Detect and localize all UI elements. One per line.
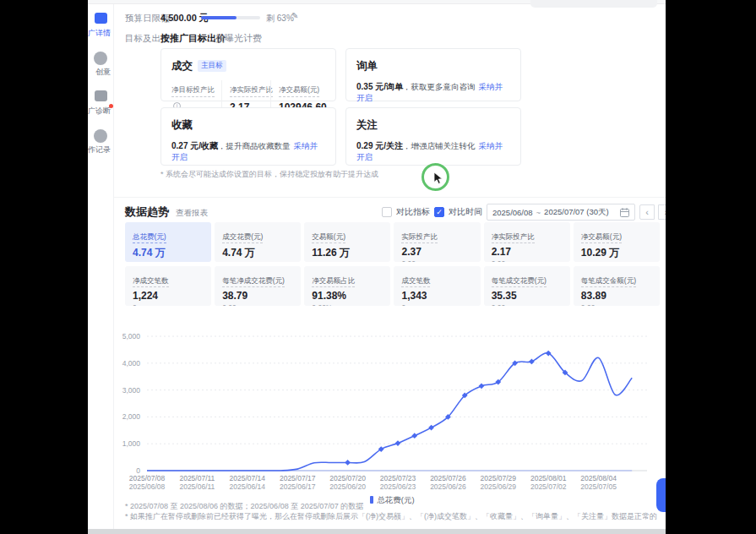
deal-stat-1-label: 净实际投产比 — [230, 85, 273, 97]
favorite-price: 0.27 元/收藏 — [171, 141, 218, 150]
goal-card-inquiry[interactable]: 询单 0.35 元/询单，获取更多意向咨询采纳并开启 — [345, 48, 521, 101]
svg-text:2025/06/08: 2025/06/08 — [129, 482, 166, 491]
metric-card-2[interactable]: 交易额(元)11.26 万0.00 — [304, 222, 390, 262]
metric-card-9[interactable]: 成交笔数1,3430 — [394, 266, 480, 306]
metric-value: 2.17 — [492, 246, 563, 258]
svg-text:2025/08/01: 2025/08/01 — [530, 474, 567, 482]
sidebar-item-3[interactable]: 作记录 — [88, 144, 111, 155]
svg-text:2025/07/29: 2025/07/29 — [481, 474, 517, 482]
metric-card-5[interactable]: 净交易额(元)10.29 万0.00 — [574, 222, 660, 262]
goal-note: * 系统会尽可能达成你设置的目标，保持稳定投放有助于提升达成 — [160, 169, 378, 180]
deal-stat-0-label: 净目标投产比 — [171, 85, 215, 97]
view-report-link[interactable]: 查看报表 — [176, 208, 208, 219]
metric-label: 总花费(元) — [133, 232, 166, 243]
goal-card-favorite[interactable]: 收藏 0.27 元/收藏，提升商品收藏数量采纳并开启 — [160, 107, 336, 166]
metric-compare-value: 0 — [133, 303, 204, 306]
metric-label: 净实际投产比 — [492, 232, 535, 243]
metric-card-0[interactable]: 总花费(元)4.74 万0.00 — [125, 222, 211, 262]
metric-compare-value: 0.00 — [492, 259, 563, 262]
svg-text:2025/06/26: 2025/06/26 — [430, 482, 466, 491]
metric-label: 每笔成交金额(元) — [581, 276, 636, 287]
svg-text:2025/06/23: 2025/06/23 — [380, 482, 416, 491]
budget-edit-icon[interactable]: ✎ — [291, 11, 298, 20]
calendar-icon — [620, 208, 629, 217]
mouse-cursor-icon — [433, 172, 443, 185]
goal-card-favorite-title: 收藏 — [171, 118, 193, 133]
goal-card-deal[interactable]: 成交主目标 净目标投产比i 2.45 ✎ 净实际投产比 2.17 净交易额(元)… — [160, 48, 336, 101]
metric-card-8[interactable]: 净交易额占比91.38%0.00% — [304, 266, 390, 306]
date-separator: ~ — [536, 208, 541, 217]
metric-card-10[interactable]: 每笔成交花费(元)35.350.00 — [484, 266, 570, 306]
metric-label: 净交易额(元) — [581, 232, 622, 243]
follow-desc: ，增强店铺关注转化 — [403, 141, 476, 150]
footnote-pause-note: * 如果推广在暂停或删除前已经获得了曝光，那么在暂停或删除后展示「(净)交易额」… — [125, 511, 657, 522]
trend-section-title: 数据趋势 — [125, 204, 169, 220]
svg-text:2025/07/14: 2025/07/14 — [230, 474, 266, 482]
feedback-handle[interactable] — [656, 478, 666, 512]
svg-text:2025/06/11: 2025/06/11 — [179, 482, 215, 491]
diagnose-icon[interactable] — [95, 90, 107, 101]
favorite-desc: ，提升商品收藏数量 — [218, 141, 291, 150]
svg-text:2025/07/08: 2025/07/08 — [129, 474, 166, 482]
svg-text:1,000: 1,000 — [122, 439, 141, 448]
metric-label: 净交易额占比 — [312, 276, 355, 287]
metric-label: 净成交笔数 — [133, 276, 169, 287]
detail-icon[interactable] — [95, 13, 107, 24]
metric-label: 每笔净成交花费(元) — [222, 276, 285, 287]
metric-value: 83.89 — [581, 290, 652, 302]
metric-value: 1,224 — [133, 290, 204, 302]
svg-text:2025/06/29: 2025/06/29 — [481, 482, 517, 491]
metric-label: 交易额(元) — [312, 232, 345, 243]
date-range-picker[interactable]: 2025/06/08 ~ 2025/07/07 (30天) — [487, 204, 635, 221]
sidebar-item-1[interactable]: 创意 — [95, 67, 111, 78]
history-icon[interactable] — [94, 129, 107, 143]
metric-compare-value: 0.00 — [581, 303, 652, 306]
metric-value: 91.38% — [312, 290, 383, 302]
metric-card-11[interactable]: 每笔成交金额(元)83.890.00 — [574, 266, 660, 306]
metric-card-3[interactable]: 实际投产比2.370.00 — [394, 222, 480, 262]
metric-compare-value: 0.00 — [492, 303, 563, 306]
metric-card-1[interactable]: 成交花费(元)4.74 万0.00 — [215, 222, 301, 262]
sidebar-item-2[interactable]: 广诊断 — [88, 106, 111, 117]
svg-text:4,000: 4,000 — [122, 359, 141, 368]
metric-value: 2.37 — [401, 246, 472, 258]
date-start: 2025/06/08 — [492, 208, 533, 217]
sidebar-item-0[interactable]: 广详情 — [88, 28, 111, 39]
svg-text:2025/06/14: 2025/06/14 — [230, 482, 266, 491]
goal-card-inquiry-title: 询单 — [356, 59, 378, 74]
next-period-button[interactable]: › — [658, 204, 666, 220]
legend-swatch — [370, 496, 373, 504]
budget-remaining: 剩 63% — [266, 13, 294, 25]
metric-value: 1,343 — [401, 290, 472, 302]
metric-card-6[interactable]: 净成交笔数1,2240 — [125, 266, 211, 306]
left-nav-sidebar: 广详情创意广诊断作记录 — [88, 4, 114, 529]
tab-bid-by-impression[interactable]: 按曝光计费 — [215, 32, 262, 45]
metric-value: 4.74 万 — [133, 246, 204, 260]
screen: 广详情创意广诊断作记录 预算日限额： 4,500.00 元 剩 63% ✎ 目标… — [0, 0, 756, 534]
compare-time-label: 对比时间 — [449, 206, 482, 218]
notification-dot — [109, 104, 113, 108]
metric-label: 成交笔数 — [401, 276, 430, 287]
svg-text:2,000: 2,000 — [122, 412, 141, 421]
metric-card-4[interactable]: 净实际投产比2.170.00 — [484, 222, 570, 262]
metric-value: 4.74 万 — [222, 246, 293, 260]
metric-card-7[interactable]: 每笔净成交花费(元)38.790.00 — [215, 266, 301, 306]
metric-compare-value: 0.00% — [312, 303, 383, 306]
goal-card-follow-title: 关注 — [356, 118, 378, 133]
compare-metric-label: 对比指标 — [396, 206, 430, 218]
trend-line-chart: 01,0002,0003,0004,0005,0002025/07/082025… — [122, 319, 662, 493]
metric-value: 38.79 — [222, 290, 293, 302]
prev-period-button[interactable]: ‹ — [639, 204, 655, 220]
compare-metric-checkbox[interactable] — [382, 207, 392, 217]
svg-text:2025/06/17: 2025/06/17 — [280, 482, 316, 491]
metric-compare-value: 0.00 — [222, 303, 293, 306]
trend-controls: 对比指标 ✓ 对比时间 2025/06/08 ~ 2025/07/07 (30天… — [382, 204, 666, 221]
goal-card-deal-title: 成交 — [171, 59, 193, 74]
legend-label: 总花费(元) — [377, 495, 414, 504]
creative-icon[interactable] — [94, 52, 107, 65]
goal-card-follow[interactable]: 关注 0.29 元/关注，增强店铺关注转化采纳并开启 — [345, 107, 521, 166]
bottom-strip — [88, 529, 666, 534]
compare-time-checkbox[interactable]: ✓ — [434, 207, 444, 217]
metric-label: 实际投产比 — [401, 232, 438, 243]
svg-text:2025/07/11: 2025/07/11 — [179, 474, 215, 482]
